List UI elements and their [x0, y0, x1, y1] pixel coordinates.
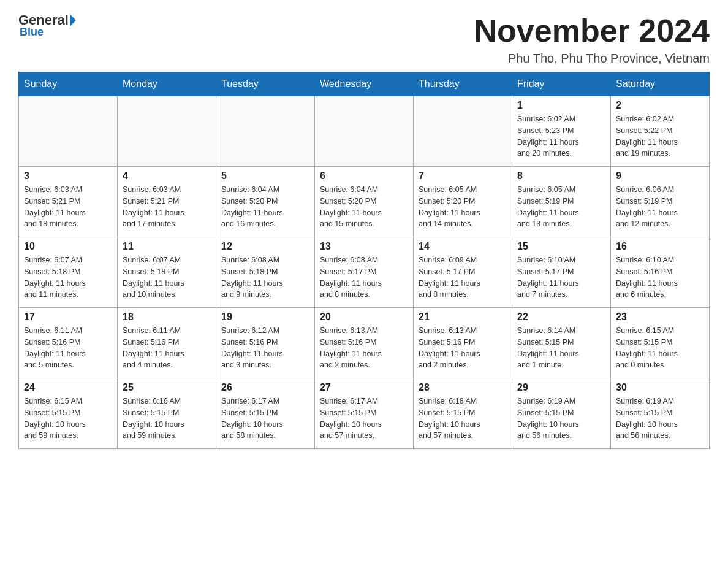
- calendar-cell: 29Sunrise: 6:19 AM Sunset: 5:15 PM Dayli…: [512, 378, 611, 449]
- day-number: 13: [320, 241, 408, 252]
- day-info: Sunrise: 6:10 AM Sunset: 5:16 PM Dayligh…: [616, 255, 704, 301]
- col-header-tuesday: Tuesday: [216, 72, 315, 96]
- day-number: 18: [123, 312, 211, 323]
- calendar-cell: 22Sunrise: 6:14 AM Sunset: 5:15 PM Dayli…: [512, 308, 611, 378]
- day-info: Sunrise: 6:11 AM Sunset: 5:16 PM Dayligh…: [24, 325, 112, 371]
- col-header-monday: Monday: [118, 72, 216, 96]
- day-info: Sunrise: 6:15 AM Sunset: 5:15 PM Dayligh…: [24, 396, 112, 442]
- month-title: November 2024: [474, 12, 710, 49]
- calendar-cell: 23Sunrise: 6:15 AM Sunset: 5:15 PM Dayli…: [611, 308, 710, 378]
- day-number: 20: [320, 312, 408, 323]
- logo: General Blue: [18, 12, 77, 39]
- day-number: 9: [616, 170, 704, 182]
- calendar-cell: 12Sunrise: 6:08 AM Sunset: 5:18 PM Dayli…: [216, 237, 315, 308]
- week-row-2: 3Sunrise: 6:03 AM Sunset: 5:21 PM Daylig…: [19, 167, 710, 237]
- day-info: Sunrise: 6:13 AM Sunset: 5:16 PM Dayligh…: [320, 325, 408, 371]
- calendar-header-row: SundayMondayTuesdayWednesdayThursdayFrid…: [19, 72, 710, 96]
- day-number: 15: [517, 241, 605, 252]
- page-header: General Blue November 2024 Phu Tho, Phu …: [18, 12, 710, 66]
- day-info: Sunrise: 6:16 AM Sunset: 5:15 PM Dayligh…: [123, 396, 211, 442]
- calendar-cell: 1Sunrise: 6:02 AM Sunset: 5:23 PM Daylig…: [512, 96, 611, 167]
- day-number: 26: [221, 382, 309, 393]
- calendar-cell: 7Sunrise: 6:05 AM Sunset: 5:20 PM Daylig…: [414, 167, 512, 237]
- calendar-cell: 26Sunrise: 6:17 AM Sunset: 5:15 PM Dayli…: [216, 378, 315, 449]
- day-number: 27: [320, 382, 408, 393]
- calendar-cell: 11Sunrise: 6:07 AM Sunset: 5:18 PM Dayli…: [118, 237, 216, 308]
- day-number: 2: [616, 100, 704, 111]
- calendar-cell: [315, 96, 414, 167]
- calendar-cell: [19, 96, 118, 167]
- calendar-cell: 13Sunrise: 6:08 AM Sunset: 5:17 PM Dayli…: [315, 237, 414, 308]
- col-header-sunday: Sunday: [19, 72, 118, 96]
- day-number: 21: [419, 312, 507, 323]
- day-number: 3: [24, 170, 112, 182]
- day-number: 28: [419, 382, 507, 393]
- week-row-1: 1Sunrise: 6:02 AM Sunset: 5:23 PM Daylig…: [19, 96, 710, 167]
- day-info: Sunrise: 6:19 AM Sunset: 5:15 PM Dayligh…: [517, 396, 605, 442]
- day-number: 5: [221, 170, 309, 182]
- day-info: Sunrise: 6:08 AM Sunset: 5:18 PM Dayligh…: [221, 255, 309, 301]
- day-info: Sunrise: 6:03 AM Sunset: 5:21 PM Dayligh…: [24, 184, 112, 230]
- calendar-cell: 24Sunrise: 6:15 AM Sunset: 5:15 PM Dayli…: [19, 378, 118, 449]
- calendar-cell: 3Sunrise: 6:03 AM Sunset: 5:21 PM Daylig…: [19, 167, 118, 237]
- calendar-cell: 5Sunrise: 6:04 AM Sunset: 5:20 PM Daylig…: [216, 167, 315, 237]
- day-number: 8: [517, 170, 605, 182]
- calendar-table: SundayMondayTuesdayWednesdayThursdayFrid…: [18, 72, 710, 449]
- day-number: 17: [24, 312, 112, 323]
- day-number: 16: [616, 241, 704, 252]
- day-info: Sunrise: 6:10 AM Sunset: 5:17 PM Dayligh…: [517, 255, 605, 301]
- calendar-cell: 2Sunrise: 6:02 AM Sunset: 5:22 PM Daylig…: [611, 96, 710, 167]
- day-info: Sunrise: 6:15 AM Sunset: 5:15 PM Dayligh…: [616, 325, 704, 371]
- calendar-cell: 21Sunrise: 6:13 AM Sunset: 5:16 PM Dayli…: [414, 308, 512, 378]
- day-info: Sunrise: 6:07 AM Sunset: 5:18 PM Dayligh…: [24, 255, 112, 301]
- day-number: 30: [616, 382, 704, 393]
- col-header-thursday: Thursday: [414, 72, 512, 96]
- calendar-cell: 14Sunrise: 6:09 AM Sunset: 5:17 PM Dayli…: [414, 237, 512, 308]
- day-number: 10: [24, 241, 112, 252]
- day-info: Sunrise: 6:18 AM Sunset: 5:15 PM Dayligh…: [419, 396, 507, 442]
- calendar-cell: 15Sunrise: 6:10 AM Sunset: 5:17 PM Dayli…: [512, 237, 611, 308]
- calendar-cell: 27Sunrise: 6:17 AM Sunset: 5:15 PM Dayli…: [315, 378, 414, 449]
- location-label: Phu Tho, Phu Tho Province, Vietnam: [474, 52, 710, 66]
- day-number: 12: [221, 241, 309, 252]
- day-info: Sunrise: 6:13 AM Sunset: 5:16 PM Dayligh…: [419, 325, 507, 371]
- day-number: 19: [221, 312, 309, 323]
- logo-blue: Blue: [20, 26, 44, 39]
- day-number: 14: [419, 241, 507, 252]
- day-number: 22: [517, 312, 605, 323]
- week-row-5: 24Sunrise: 6:15 AM Sunset: 5:15 PM Dayli…: [19, 378, 710, 449]
- day-info: Sunrise: 6:05 AM Sunset: 5:20 PM Dayligh…: [419, 184, 507, 230]
- calendar-cell: 17Sunrise: 6:11 AM Sunset: 5:16 PM Dayli…: [19, 308, 118, 378]
- day-info: Sunrise: 6:19 AM Sunset: 5:15 PM Dayligh…: [616, 396, 704, 442]
- day-number: 23: [616, 312, 704, 323]
- day-number: 24: [24, 382, 112, 393]
- col-header-wednesday: Wednesday: [315, 72, 414, 96]
- day-info: Sunrise: 6:04 AM Sunset: 5:20 PM Dayligh…: [320, 184, 408, 230]
- day-number: 11: [123, 241, 211, 252]
- calendar-cell: [414, 96, 512, 167]
- week-row-3: 10Sunrise: 6:07 AM Sunset: 5:18 PM Dayli…: [19, 237, 710, 308]
- day-number: 29: [517, 382, 605, 393]
- calendar-cell: 6Sunrise: 6:04 AM Sunset: 5:20 PM Daylig…: [315, 167, 414, 237]
- logo-arrow-icon: [70, 14, 76, 26]
- calendar-cell: 28Sunrise: 6:18 AM Sunset: 5:15 PM Dayli…: [414, 378, 512, 449]
- calendar-cell: 20Sunrise: 6:13 AM Sunset: 5:16 PM Dayli…: [315, 308, 414, 378]
- day-number: 25: [123, 382, 211, 393]
- day-info: Sunrise: 6:03 AM Sunset: 5:21 PM Dayligh…: [123, 184, 211, 230]
- calendar-cell: 9Sunrise: 6:06 AM Sunset: 5:19 PM Daylig…: [611, 167, 710, 237]
- day-number: 7: [419, 170, 507, 182]
- day-info: Sunrise: 6:07 AM Sunset: 5:18 PM Dayligh…: [123, 255, 211, 301]
- day-info: Sunrise: 6:12 AM Sunset: 5:16 PM Dayligh…: [221, 325, 309, 371]
- calendar-cell: [118, 96, 216, 167]
- calendar-cell: 18Sunrise: 6:11 AM Sunset: 5:16 PM Dayli…: [118, 308, 216, 378]
- day-number: 6: [320, 170, 408, 182]
- day-info: Sunrise: 6:14 AM Sunset: 5:15 PM Dayligh…: [517, 325, 605, 371]
- day-info: Sunrise: 6:17 AM Sunset: 5:15 PM Dayligh…: [320, 396, 408, 442]
- col-header-saturday: Saturday: [611, 72, 710, 96]
- day-info: Sunrise: 6:06 AM Sunset: 5:19 PM Dayligh…: [616, 184, 704, 230]
- day-info: Sunrise: 6:02 AM Sunset: 5:22 PM Dayligh…: [616, 113, 704, 159]
- day-info: Sunrise: 6:17 AM Sunset: 5:15 PM Dayligh…: [221, 396, 309, 442]
- calendar-cell: 10Sunrise: 6:07 AM Sunset: 5:18 PM Dayli…: [19, 237, 118, 308]
- day-number: 1: [517, 100, 605, 111]
- calendar-cell: 19Sunrise: 6:12 AM Sunset: 5:16 PM Dayli…: [216, 308, 315, 378]
